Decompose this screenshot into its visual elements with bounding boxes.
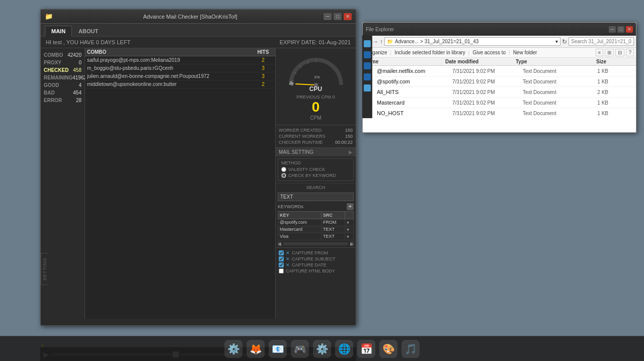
explorer-min-button[interactable]: ─ [609, 26, 616, 33]
refresh-button[interactable]: ↻ [562, 38, 567, 45]
mail-settings: MAIL SETTING ▶ METHOD VALIDITY CHECK CHE… [276, 147, 356, 319]
delete-keyword-btn[interactable]: ▾ [347, 234, 349, 239]
stat-combo: COMBO 42420 [41, 51, 85, 59]
file-row[interactable]: 📄 NO_HOST 7/31/2021 9:02 PM Text Documen… [363, 108, 636, 118]
sidebar-icon-2[interactable] [364, 51, 371, 58]
up-button[interactable]: ↑ [380, 38, 383, 45]
checker-runtime-row: CHECKER RUNTIME 00:00:22 [279, 139, 353, 145]
current-workers-row: CURRENT WORKERS 150 [279, 133, 353, 139]
validity-check-option[interactable]: VALIDITY CHECK [281, 167, 350, 172]
col-name-header[interactable]: Name [365, 59, 445, 64]
delete-keyword-btn[interactable]: ▾ [347, 220, 349, 225]
view-list-btn[interactable]: ≡ [596, 49, 604, 56]
table-row[interactable]: julien.arnauld@en-bonne-compagnie.net:Po… [85, 72, 275, 80]
capture-subject-checkbox[interactable] [279, 256, 284, 261]
view-detail-btn[interactable]: ⊞ [605, 49, 614, 56]
col-type-header[interactable]: Type [516, 59, 576, 64]
scroll-left-btn[interactable]: ◀ [278, 241, 281, 246]
calendar-icon[interactable]: 📅 [357, 340, 375, 358]
table-row[interactable]: m_boggio@stu-psbedu.paris:rGQcenh 3 [85, 64, 275, 72]
music-icon[interactable]: 🎵 [401, 340, 420, 358]
folder-icon[interactable]: 📁 [45, 13, 53, 20]
sidebar-icon-1[interactable] [364, 40, 371, 47]
browser-icon[interactable]: 🌐 [335, 340, 353, 358]
stat-error: ERROR 28 [41, 97, 85, 104]
address-display[interactable]: 📁 Advance... > 31_Jul_2021=21_01_43 ▾ [384, 37, 560, 46]
search-type-dropdown[interactable]: TEXT [278, 193, 354, 201]
explorer-max-button[interactable]: □ [617, 26, 624, 33]
check-by-keyword-option[interactable]: CHECK BY KEYWORD [281, 173, 350, 178]
file-row[interactable]: 📄 All_HITS 7/31/2021 9:02 PM Text Docume… [363, 87, 636, 98]
sidebar-icon-3[interactable] [364, 62, 371, 69]
file-row[interactable]: 📄 Mastercard 7/31/2021 9:02 PM Text Docu… [363, 98, 636, 108]
explorer-controls: ─ □ ✕ [609, 26, 633, 33]
new-folder-btn[interactable]: New folder [511, 49, 539, 56]
file-name: NO_HOST [377, 110, 452, 116]
col-date-header[interactable]: Date modified [445, 59, 516, 64]
file-type: Text Document [523, 100, 583, 106]
explorer-search-input[interactable] [569, 37, 634, 46]
capture-from-checkbox[interactable] [279, 250, 284, 255]
close-button[interactable]: ✕ [344, 13, 352, 20]
file-row[interactable]: 📄 @spotify.com 7/31/2021 9:02 PM Text Do… [363, 76, 636, 87]
cpu-gauge: 3% [286, 52, 346, 87]
keyword-row[interactable]: Visa TEXT ▾ [278, 233, 354, 240]
col-size-header[interactable]: Size [576, 59, 606, 64]
method-section: METHOD VALIDITY CHECK CHECK BY KEYWORD [278, 158, 354, 181]
table-row[interactable]: saiful.prayogo@pt-mps.com:Meliana2019 2 [85, 56, 275, 64]
delete-keyword-btn[interactable]: ▾ [347, 227, 349, 232]
tab-about[interactable]: ABOUT [72, 26, 105, 36]
art-icon[interactable]: 🎨 [379, 340, 397, 358]
game-icon[interactable]: 🎮 [291, 340, 309, 358]
file-date: 7/31/2021 9:02 PM [452, 100, 523, 106]
add-keyword-button[interactable]: + [347, 203, 354, 210]
capture-from-option[interactable]: ✕ CAPTURE FROM [279, 250, 353, 255]
file-size: 1 KB [583, 111, 608, 116]
sidebar-icon-5[interactable] [364, 84, 371, 92]
validity-check-radio[interactable] [281, 167, 286, 172]
view-tile-btn[interactable]: ⊟ [615, 49, 624, 56]
app-window: 📁 Advance Mail Checker [ShaOnKrisTof] ─ … [40, 9, 356, 326]
explorer-sidebar-icons [362, 35, 372, 118]
scroll-right-btn[interactable]: ▶ [350, 241, 354, 246]
col-hits-header: HITS [253, 49, 273, 55]
check-by-keyword-radio[interactable] [281, 173, 286, 178]
forward-button[interactable]: → [372, 38, 378, 45]
capture-html-body-option[interactable]: CAPTURE HTML BODY [279, 268, 353, 274]
file-size: 1 KB [583, 79, 608, 84]
maximize-button[interactable]: □ [334, 13, 342, 20]
give-access-btn[interactable]: Give access to [470, 49, 508, 56]
cpm-section: PREVIOUS CPM 0 0 CPM [296, 93, 335, 123]
config-icon[interactable]: ⚙️ [313, 340, 331, 358]
keywords-table: KEY SRC @spotify.com FROM ▾ Mastercard T… [278, 211, 354, 240]
settings-label[interactable]: SETTING [41, 253, 48, 285]
keyword-src: TEXT [321, 233, 345, 240]
explorer-close-button[interactable]: ✕ [626, 26, 633, 33]
result-combo: saiful.prayogo@pt-mps.com:Meliana2019 [87, 57, 253, 63]
stat-proxy: PROXY 0 [41, 59, 85, 66]
minimize-button[interactable]: ─ [324, 13, 332, 20]
capture-subject-option[interactable]: ✕ CAPTURE SUBJECT [279, 256, 353, 261]
table-row[interactable]: middletown@upsmokeonline.com:butter 2 [85, 80, 275, 88]
include-library-btn[interactable]: Include selected folder in library [392, 49, 467, 56]
window-controls: ─ □ ✕ [324, 13, 352, 20]
tab-main[interactable]: MAIN [45, 26, 72, 37]
capture-date-checkbox[interactable] [279, 262, 284, 267]
keyword-row[interactable]: Mastercard TEXT ▾ [278, 226, 354, 233]
sidebar-icon-4[interactable] [364, 73, 371, 80]
search-label: SEARCH [276, 183, 356, 192]
firefox-icon[interactable]: 🦊 [247, 340, 265, 358]
svg-line-10 [296, 84, 316, 85]
keyword-row[interactable]: @spotify.com FROM ▾ [278, 219, 354, 226]
worker-created-row: WORKER CREATED 150 [279, 127, 353, 133]
capture-html-body-checkbox[interactable] [279, 268, 284, 274]
file-row[interactable]: 📄 @mailer.netflix.com 7/31/2021 9:02 PM … [363, 66, 636, 76]
keywords-header: KEYWORDs + [276, 202, 356, 211]
address-dropdown-icon[interactable]: ▾ [555, 39, 558, 44]
results-body: saiful.prayogo@pt-mps.com:Meliana2019 2 … [85, 56, 275, 319]
mail-icon[interactable]: 📧 [269, 340, 287, 358]
file-size: 1 KB [583, 100, 608, 106]
help-btn[interactable]: ? [626, 49, 634, 56]
capture-date-option[interactable]: ✕ CAPTURE DATE [279, 262, 353, 267]
settings-icon[interactable]: ⚙️ [224, 340, 243, 358]
